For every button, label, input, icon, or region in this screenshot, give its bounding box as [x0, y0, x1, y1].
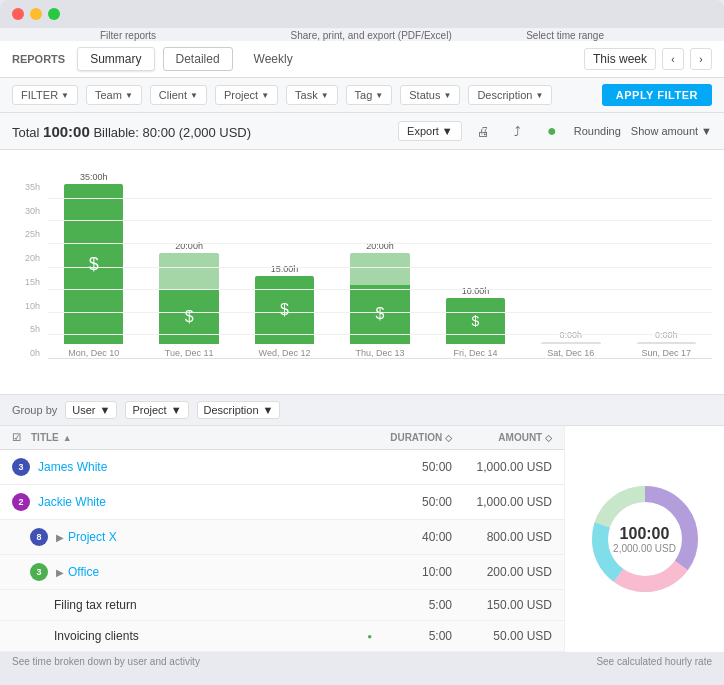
table-row[interactable]: 3 ▶ Office 10:00 200.00 USD [0, 555, 564, 590]
task-filter[interactable]: Task ▼ [286, 85, 338, 105]
filter-button[interactable]: FILTER ▼ [12, 85, 78, 105]
client-arrow-icon: ▼ [190, 91, 198, 100]
bar-wed[interactable]: 15:00h $ Wed, Dec 12 [239, 264, 330, 358]
sort-icon[interactable]: ▲ [63, 433, 72, 443]
table-row: Invoicing clients ● 5:00 50.00 USD [0, 621, 564, 652]
bar-fri[interactable]: 10:00h $ Fri, Dec 14 [430, 286, 521, 358]
y-label-30: 30h [12, 206, 44, 216]
row-name-james[interactable]: James White [38, 460, 372, 474]
row-amount-filing: 150.00 USD [452, 598, 552, 612]
table-header: ☑ TITLE ▲ DURATION ◇ AMOUNT ◇ [0, 426, 564, 450]
filter-bar: FILTER ▼ Team ▼ Client ▼ Project ▼ Task … [0, 78, 724, 113]
donut-time: 100:00 [613, 525, 676, 543]
reports-label: REPORTS [12, 53, 65, 65]
next-week-button[interactable]: › [690, 48, 712, 70]
export-button[interactable]: Export ▼ [398, 121, 462, 141]
group-by-user[interactable]: User ▼ [65, 401, 117, 419]
print-icon[interactable]: 🖨 [472, 119, 496, 143]
y-label-5: 5h [12, 324, 44, 334]
row-duration-office: 10:00 [372, 565, 452, 579]
toolbar-right: This week ‹ › [584, 48, 712, 70]
close-dot[interactable] [12, 8, 24, 20]
description-filter[interactable]: Description ▼ [468, 85, 552, 105]
billable-value: 80:00 [143, 125, 176, 140]
bar-label-tue: 20:00h [175, 241, 203, 251]
maximize-dot[interactable] [48, 8, 60, 20]
task-arrow-icon: ▼ [321, 91, 329, 100]
bar-body-tue: $ [159, 253, 218, 344]
row-name-projectx[interactable]: Project X [68, 530, 372, 544]
table-row[interactable]: 2 Jackie White 50:00 1,000.00 USD [0, 485, 564, 520]
annotation-time: Select time range [526, 30, 604, 41]
billable-amount: (2,000 USD) [179, 125, 251, 140]
bar-xlab-sun: Sun, Dec 17 [641, 348, 691, 358]
share-icon[interactable]: ⤴ [506, 119, 530, 143]
table-left: ☑ TITLE ▲ DURATION ◇ AMOUNT ◇ 3 [0, 426, 564, 652]
expand-icon[interactable]: ▶ [56, 532, 64, 543]
toggle-icon[interactable]: ● [540, 119, 564, 143]
row-duration-jackie: 50:00 [372, 495, 452, 509]
y-label-25: 25h [12, 229, 44, 239]
checkbox-icon[interactable]: ☑ [12, 432, 21, 443]
duration-sort-icon[interactable]: ◇ [445, 433, 452, 443]
team-arrow-icon: ▼ [125, 91, 133, 100]
group-project-label: Project [132, 404, 166, 416]
titlebar [0, 0, 724, 28]
time-range-select[interactable]: This week [584, 48, 656, 70]
bottom-label-right: See calculated hourly rate [596, 656, 712, 667]
group-by-description[interactable]: Description ▼ [197, 401, 281, 419]
export-arrow-icon: ▼ [442, 125, 453, 137]
amount-header-label: AMOUNT [498, 432, 542, 443]
apply-filter-button[interactable]: APPLY FILTER [602, 84, 712, 106]
prev-week-button[interactable]: ‹ [662, 48, 684, 70]
row-name-jackie[interactable]: Jackie White [38, 495, 372, 509]
table-section: ☑ TITLE ▲ DURATION ◇ AMOUNT ◇ 3 [0, 426, 724, 652]
bar-body-fri: $ [446, 298, 505, 344]
tag-filter[interactable]: Tag ▼ [346, 85, 393, 105]
group-project-arrow-icon: ▼ [171, 404, 182, 416]
user-badge-jackie: 2 [12, 493, 30, 511]
minimize-dot[interactable] [30, 8, 42, 20]
bar-mon[interactable]: 35:00h $ Mon, Dec 10 [48, 172, 139, 358]
project-badge-x: 8 [30, 528, 48, 546]
app-window: Filter reports Share, print, and export … [0, 0, 724, 671]
bar-label-sun: 0:00h [655, 330, 678, 340]
col-title-header: ☑ TITLE ▲ [12, 432, 372, 443]
summary-text: Total 100:00 Billable: 80:00 (2,000 USD) [12, 123, 251, 140]
dollar-icon-tue: $ [185, 308, 194, 326]
dollar-icon-wed: $ [280, 301, 289, 319]
bar-sun[interactable]: 0:00h Sun, Dec 17 [621, 330, 712, 358]
bar-thu[interactable]: 20:00h $ Thu, Dec 13 [334, 241, 425, 358]
task-label: Task [295, 89, 318, 101]
tab-summary[interactable]: Summary [77, 47, 154, 71]
team-filter[interactable]: Team ▼ [86, 85, 142, 105]
project-badge-office: 3 [30, 563, 48, 581]
status-filter[interactable]: Status ▼ [400, 85, 460, 105]
bar-tue[interactable]: 20:00h $ Tue, Dec 11 [143, 241, 234, 358]
row-duration-projectx: 40:00 [372, 530, 452, 544]
client-label: Client [159, 89, 187, 101]
amount-sort-icon[interactable]: ◇ [545, 433, 552, 443]
group-by-project[interactable]: Project ▼ [125, 401, 188, 419]
client-filter[interactable]: Client ▼ [150, 85, 207, 105]
description-label: Description [477, 89, 532, 101]
show-amount-arrow-icon: ▼ [701, 125, 712, 137]
expand-icon[interactable]: ▶ [56, 567, 64, 578]
tab-detailed[interactable]: Detailed [163, 47, 233, 71]
total-value: 100:00 [43, 123, 90, 140]
status-arrow-icon: ▼ [443, 91, 451, 100]
row-name-office[interactable]: Office [68, 565, 372, 579]
project-filter[interactable]: Project ▼ [215, 85, 278, 105]
table-row[interactable]: 8 ▶ Project X 40:00 800.00 USD [0, 520, 564, 555]
bar-sat[interactable]: 0:00h Sat, Dec 16 [525, 330, 616, 358]
bar-body-thu: $ [350, 253, 409, 344]
show-amount-button[interactable]: Show amount ▼ [631, 125, 712, 137]
data-section: Group by User ▼ Project ▼ Description ▼ … [0, 395, 724, 652]
dollar-icon-thu: $ [376, 305, 385, 323]
group-description-label: Description [204, 404, 259, 416]
table-row[interactable]: 3 James White 50:00 1,000.00 USD [0, 450, 564, 485]
row-duration-filing: 5:00 [372, 598, 452, 612]
tab-weekly[interactable]: Weekly [241, 47, 306, 71]
y-label-10: 10h [12, 301, 44, 311]
main-toolbar: REPORTS Summary Detailed Weekly This wee… [0, 41, 724, 78]
